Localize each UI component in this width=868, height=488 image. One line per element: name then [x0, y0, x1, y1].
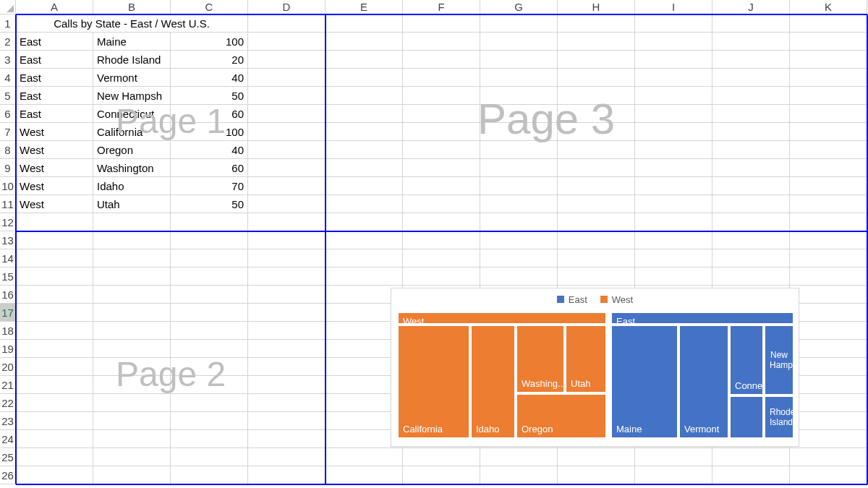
cell-K5[interactable] — [790, 87, 867, 105]
cell-A25[interactable] — [16, 448, 93, 466]
cell-E7[interactable] — [326, 123, 403, 141]
row-header-26[interactable]: 26 — [0, 466, 16, 484]
cell-F15[interactable] — [403, 267, 480, 286]
cell-region-9[interactable]: West — [16, 159, 93, 177]
cell-J12[interactable] — [712, 213, 790, 231]
cell-B17[interactable] — [93, 304, 171, 322]
cell-E4[interactable] — [326, 69, 403, 87]
cell-K14[interactable] — [790, 249, 867, 267]
cell-B13[interactable] — [93, 231, 171, 249]
cell-D22[interactable] — [248, 394, 326, 412]
cell-H14[interactable] — [558, 249, 635, 267]
cell-F4[interactable] — [403, 69, 480, 87]
col-header-I[interactable]: I — [635, 0, 712, 14]
col-header-C[interactable]: C — [171, 0, 248, 14]
cell-calls-4[interactable]: 40 — [171, 69, 248, 87]
cell-K20[interactable] — [790, 358, 867, 376]
cell-E25[interactable] — [326, 448, 403, 466]
row-header-19[interactable]: 19 — [0, 340, 16, 358]
cell-J26[interactable] — [712, 466, 790, 484]
cell-J10[interactable] — [712, 177, 790, 195]
title-cell[interactable]: Calls by State - East / West U.S. — [16, 14, 248, 33]
cell-B15[interactable] — [93, 267, 171, 286]
cell-state-4[interactable]: Vermont — [93, 69, 171, 87]
cell-K24[interactable] — [790, 430, 867, 448]
cell-D25[interactable] — [248, 448, 326, 466]
row-header-23[interactable]: 23 — [0, 412, 16, 430]
cell-G25[interactable] — [480, 448, 558, 466]
cell-state-7[interactable]: California — [93, 123, 171, 141]
cell-F2[interactable] — [403, 33, 480, 51]
cell-E12[interactable] — [326, 213, 403, 231]
cell-H7[interactable] — [558, 123, 635, 141]
cell-D3[interactable] — [248, 51, 326, 69]
cell-I14[interactable] — [635, 249, 712, 267]
cell-D20[interactable] — [248, 358, 326, 376]
row-header-10[interactable]: 10 — [0, 177, 16, 195]
cell-D8[interactable] — [248, 141, 326, 159]
cell-J6[interactable] — [712, 105, 790, 123]
cell-E26[interactable] — [326, 466, 403, 484]
cell-G4[interactable] — [480, 69, 558, 87]
row-header-7[interactable]: 7 — [0, 123, 16, 141]
cell-I8[interactable] — [635, 141, 712, 159]
cell-B14[interactable] — [93, 249, 171, 267]
cell-K9[interactable] — [790, 159, 867, 177]
cell-D1[interactable] — [248, 14, 326, 33]
cell-F14[interactable] — [403, 249, 480, 267]
cell-A21[interactable] — [16, 376, 93, 394]
cell-E8[interactable] — [326, 141, 403, 159]
cell-A18[interactable] — [16, 322, 93, 340]
cell-C12[interactable] — [171, 213, 248, 231]
cell-region-4[interactable]: East — [16, 69, 93, 87]
cell-D6[interactable] — [248, 105, 326, 123]
cell-G7[interactable] — [480, 123, 558, 141]
cell-G15[interactable] — [480, 267, 558, 286]
cell-H26[interactable] — [558, 466, 635, 484]
page-break-horizontal[interactable] — [16, 484, 867, 485]
cell-A19[interactable] — [16, 340, 93, 358]
cell-G12[interactable] — [480, 213, 558, 231]
cell-calls-10[interactable]: 70 — [171, 177, 248, 195]
col-header-D[interactable]: D — [248, 0, 326, 14]
cell-calls-7[interactable]: 100 — [171, 123, 248, 141]
cell-F26[interactable] — [403, 466, 480, 484]
cell-C17[interactable] — [171, 304, 248, 322]
cell-K19[interactable] — [790, 340, 867, 358]
cell-J1[interactable] — [712, 14, 790, 33]
row-header-8[interactable]: 8 — [0, 141, 16, 159]
cell-C15[interactable] — [171, 267, 248, 286]
cell-D18[interactable] — [248, 322, 326, 340]
cell-I15[interactable] — [635, 267, 712, 286]
row-header-24[interactable]: 24 — [0, 430, 16, 448]
cell-I12[interactable] — [635, 213, 712, 231]
cell-J4[interactable] — [712, 69, 790, 87]
cell-I7[interactable] — [635, 123, 712, 141]
cell-calls-2[interactable]: 100 — [171, 33, 248, 51]
cell-J9[interactable] — [712, 159, 790, 177]
cell-K10[interactable] — [790, 177, 867, 195]
cell-H3[interactable] — [558, 51, 635, 69]
page-break-horizontal[interactable] — [16, 231, 867, 232]
cell-A26[interactable] — [16, 466, 93, 484]
row-header-2[interactable]: 2 — [0, 33, 16, 51]
cell-C26[interactable] — [171, 466, 248, 484]
cell-F11[interactable] — [403, 195, 480, 213]
cell-calls-3[interactable]: 20 — [171, 51, 248, 69]
cell-B12[interactable] — [93, 213, 171, 231]
row-header-20[interactable]: 20 — [0, 358, 16, 376]
col-header-K[interactable]: K — [790, 0, 867, 14]
cell-D9[interactable] — [248, 159, 326, 177]
cell-G1[interactable] — [480, 14, 558, 33]
cell-A16[interactable] — [16, 286, 93, 304]
cell-K25[interactable] — [790, 448, 867, 466]
cell-J15[interactable] — [712, 267, 790, 286]
cell-region-2[interactable]: East — [16, 33, 93, 51]
cell-H15[interactable] — [558, 267, 635, 286]
cell-state-9[interactable]: Washington — [93, 159, 171, 177]
cell-state-11[interactable]: Utah — [93, 195, 171, 213]
cell-K21[interactable] — [790, 376, 867, 394]
row-header-18[interactable]: 18 — [0, 322, 16, 340]
cell-I1[interactable] — [635, 14, 712, 33]
cell-F8[interactable] — [403, 141, 480, 159]
